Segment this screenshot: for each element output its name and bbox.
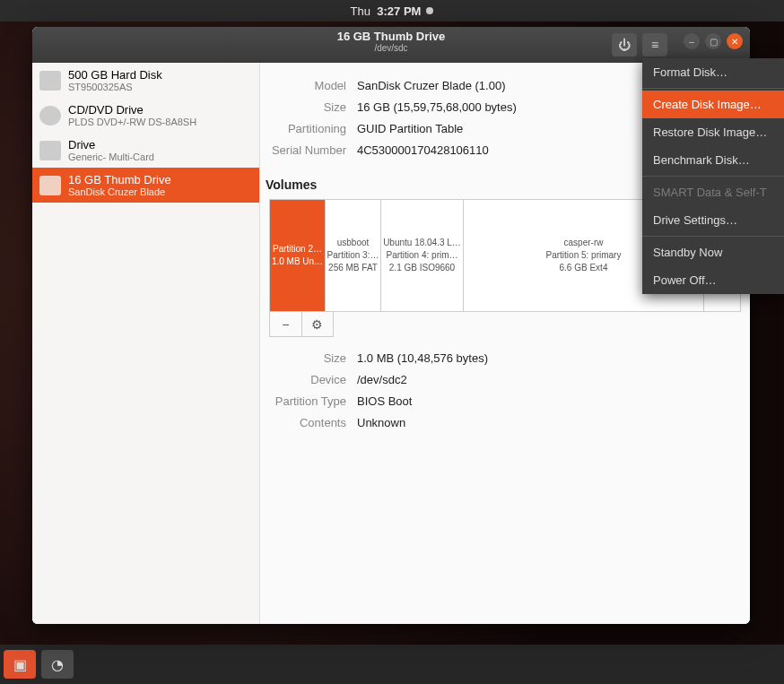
volume-partition-2[interactable]: Partition 2… 1.0 MB Un… xyxy=(270,200,326,311)
device-title: 16 GB Thumb Drive xyxy=(68,173,171,186)
close-button[interactable]: ✕ xyxy=(727,33,743,49)
label-serial: Serial Number xyxy=(260,140,346,161)
sidebar-item-card-reader[interactable]: Drive Generic- Multi-Card xyxy=(32,133,259,168)
optical-drive-icon xyxy=(39,106,61,126)
power-button[interactable]: ⏻ xyxy=(612,33,637,56)
label-size: Size xyxy=(260,97,346,118)
volume-info: Size1.0 MB (10,48,576 bytes) Device/dev/… xyxy=(260,337,750,441)
menu-standby-now[interactable]: Standby Now xyxy=(642,238,784,266)
menubar-day: Thu xyxy=(351,4,370,18)
thumb-drive-icon xyxy=(39,176,61,195)
volume-remove-button[interactable]: − xyxy=(270,312,302,336)
menubar-time: 3:27 PM xyxy=(377,4,421,18)
sidebar-item-hard-disk[interactable]: 500 GB Hard Disk ST9500325AS xyxy=(32,63,259,98)
menu-create-disk-image[interactable]: Create Disk Image… xyxy=(642,91,784,118)
menu-drive-settings[interactable]: Drive Settings… xyxy=(642,206,784,234)
device-sub: SanDisk Cruzer Blade xyxy=(68,186,171,197)
label-partitioning: Partitioning xyxy=(260,118,346,140)
gear-icon: ⚙ xyxy=(311,317,323,332)
volume-toolbar: − ⚙ xyxy=(269,312,334,337)
volume-settings-button[interactable]: ⚙ xyxy=(302,312,334,336)
device-sub: ST9500325AS xyxy=(68,82,162,92)
device-title: CD/DVD Drive xyxy=(68,103,196,117)
value-partitioning: GUID Partition Table xyxy=(357,118,463,140)
label-vsize: Size xyxy=(260,348,346,369)
label-vptype: Partition Type xyxy=(260,391,346,412)
device-title: Drive xyxy=(68,138,154,152)
hard-disk-icon xyxy=(39,71,61,91)
device-title: 500 GB Hard Disk xyxy=(68,68,162,82)
menu-restore-disk-image[interactable]: Restore Disk Image… xyxy=(642,118,784,146)
menu-format-disk[interactable]: Format Disk… xyxy=(642,58,784,86)
maximize-button[interactable]: ▢ xyxy=(705,33,721,49)
menu-power-off[interactable]: Power Off… xyxy=(642,266,784,294)
card-reader-icon xyxy=(39,141,61,160)
taskbar-disks-app[interactable]: ◔ xyxy=(41,650,74,679)
label-model: Model xyxy=(260,75,346,97)
device-sidebar: 500 GB Hard Disk ST9500325AS CD/DVD Driv… xyxy=(32,63,260,624)
gnome-menubar: Thu 3:27 PM xyxy=(0,0,784,22)
menu-separator xyxy=(642,236,784,237)
menu-smart-data: SMART Data & Self-T xyxy=(642,178,784,206)
value-vptype: BIOS Boot xyxy=(357,391,412,412)
value-vcontents: Unknown xyxy=(357,412,405,434)
menu-separator xyxy=(642,88,784,89)
sidebar-item-optical[interactable]: CD/DVD Drive PLDS DVD+/-RW DS-8A8SH xyxy=(32,98,259,133)
disks-icon: ◔ xyxy=(51,656,64,673)
value-serial: 4C530000170428106110 xyxy=(357,140,489,161)
titlebar: 16 GB Thumb Drive /dev/sdc ⏻ ≡ – ▢ ✕ xyxy=(32,27,750,63)
device-sub: PLDS DVD+/-RW DS-8A8SH xyxy=(68,117,196,127)
volume-ubuntu[interactable]: Ubuntu 18.04.3 L… Partition 4: prim… 2.1… xyxy=(381,200,464,311)
value-size: 16 GB (15,59,75,68,000 bytes) xyxy=(357,97,517,118)
value-vdevice: /dev/sdc2 xyxy=(357,369,407,391)
sidebar-item-thumb-drive[interactable]: 16 GB Thumb Drive SanDisk Cruzer Blade xyxy=(32,168,259,203)
menu-separator xyxy=(642,176,784,177)
taskbar: ▣ ◔ xyxy=(0,645,784,684)
camera-icon: ▣ xyxy=(13,656,27,673)
label-vdevice: Device xyxy=(260,369,346,391)
minimize-button[interactable]: – xyxy=(684,33,700,49)
value-vsize: 1.0 MB (10,48,576 bytes) xyxy=(357,348,488,369)
hamburger-menu-button[interactable]: ≡ xyxy=(642,33,667,56)
taskbar-screen-recorder[interactable]: ▣ xyxy=(4,650,36,679)
label-vcontents: Contents xyxy=(260,412,346,434)
hamburger-menu: Format Disk… Create Disk Image… Restore … xyxy=(642,58,784,294)
device-sub: Generic- Multi-Card xyxy=(68,152,154,162)
menubar-indicator-dot xyxy=(426,7,433,14)
volume-usbboot[interactable]: usbboot Partition 3:… 256 MB FAT xyxy=(326,200,381,311)
value-model: SanDisk Cruzer Blade (1.00) xyxy=(357,75,505,97)
menu-benchmark-disk[interactable]: Benchmark Disk… xyxy=(642,146,784,174)
